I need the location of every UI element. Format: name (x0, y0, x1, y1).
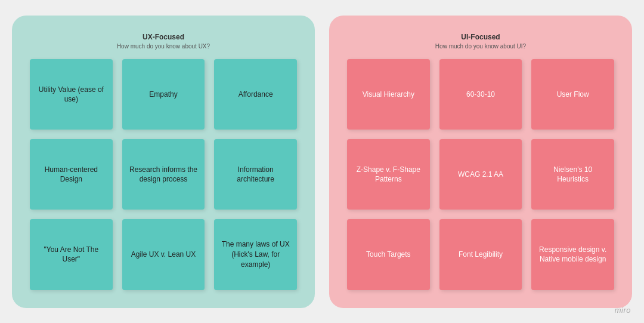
ui-card-1[interactable]: 60-30-10 (439, 59, 522, 130)
ui-card-4[interactable]: WCAG 2.1 AA (439, 139, 522, 210)
ux-board-subtitle: How much do you know about UX? (117, 43, 210, 50)
ux-card-7[interactable]: Agile UX v. Lean UX (122, 219, 205, 290)
ui-card-5[interactable]: Nielsen's 10 Heuristics (531, 139, 614, 210)
ux-card-1[interactable]: Empathy (122, 59, 205, 130)
ux-board-title: UX-Focused (143, 32, 184, 42)
ux-sticky-grid: Utility Value (ease of use)EmpathyAfford… (30, 59, 297, 290)
ui-card-2[interactable]: User Flow (531, 59, 614, 130)
ux-card-8[interactable]: The many laws of UX (Hick's Law, for exa… (214, 219, 297, 290)
ux-card-4[interactable]: Research informs the design process (122, 139, 205, 210)
ui-card-8[interactable]: Responsive design v. Native mobile desig… (531, 219, 614, 290)
ux-card-3[interactable]: Human-centered Design (30, 139, 113, 210)
ux-card-2[interactable]: Affordance (214, 59, 297, 130)
miro-logo: miro (615, 306, 631, 315)
ui-card-6[interactable]: Touch Targets (347, 219, 430, 290)
ui-card-3[interactable]: Z-Shape v. F-Shape Patterns (347, 139, 430, 210)
ux-card-5[interactable]: Information architecture (214, 139, 297, 210)
ui-sticky-grid: Visual Hierarchy60-30-10User FlowZ-Shape… (347, 59, 614, 290)
ui-board: UI-Focused How much do you know about UI… (329, 16, 632, 308)
ux-card-0[interactable]: Utility Value (ease of use) (30, 59, 113, 130)
ux-board: UX-Focused How much do you know about UX… (12, 16, 315, 308)
ui-card-7[interactable]: Font Legibility (439, 219, 522, 290)
ux-card-6[interactable]: "You Are Not The User" (30, 219, 113, 290)
ui-board-title: UI-Focused (461, 32, 500, 42)
ui-board-subtitle: How much do you know about UI? (435, 43, 526, 50)
canvas: UX-Focused How much do you know about UX… (0, 0, 644, 323)
ui-card-0[interactable]: Visual Hierarchy (347, 59, 430, 130)
